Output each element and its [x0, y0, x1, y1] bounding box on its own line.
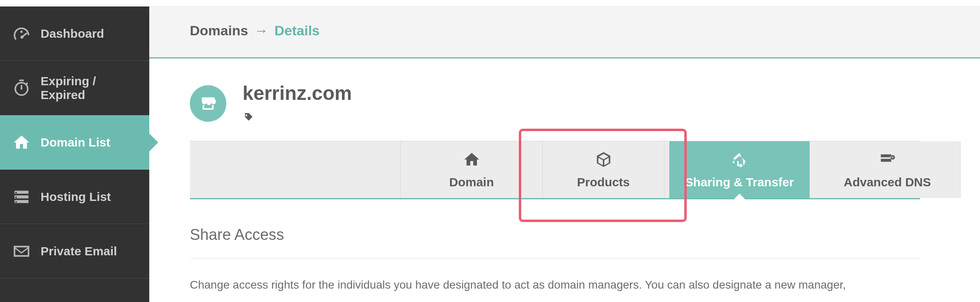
- arrow-right-icon: →: [254, 23, 268, 38]
- sidebar-item-private-email[interactable]: Private Email: [0, 224, 149, 278]
- server-gear-icon: [879, 151, 896, 171]
- sidebar-item-label: Expiring / Expired: [41, 74, 137, 102]
- tab-label: Domain: [449, 175, 494, 189]
- sidebar-item-expiring[interactable]: Expiring / Expired: [0, 61, 149, 115]
- sidebar-item-domain-list[interactable]: Domain List: [0, 115, 149, 170]
- section-heading: Share Access: [190, 226, 980, 244]
- breadcrumb: Domains → Details: [190, 23, 980, 39]
- topbar-strip: [149, 0, 980, 6]
- sidebar-item-label: Domain List: [41, 136, 110, 149]
- tab-bar: Domain Products Sharing & Transfer: [190, 141, 920, 199]
- home-icon: [463, 151, 481, 171]
- sidebar-item-label: Private Email: [41, 244, 117, 258]
- sidebar-item-label: Hosting List: [41, 190, 111, 204]
- main: Domains → Details kerrinz.com: [149, 0, 980, 302]
- tab-label: Advanced DNS: [844, 175, 931, 189]
- sidebar: Dashboard Expiring / Expired Domain List…: [0, 0, 149, 302]
- section-body: Change access rights for the individuals…: [190, 276, 879, 293]
- tab-advanced-dns[interactable]: Advanced DNS: [815, 141, 961, 198]
- tab-label: Products: [577, 175, 630, 189]
- domain-header: kerrinz.com: [190, 82, 980, 125]
- home-icon: [12, 133, 31, 152]
- breadcrumb-bar: Domains → Details: [149, 6, 980, 58]
- server-icon: [12, 188, 31, 206]
- gauge-icon: [12, 24, 31, 43]
- box-icon: [595, 151, 612, 171]
- store-icon: [190, 85, 226, 122]
- mail-icon: [12, 242, 31, 261]
- tab-products[interactable]: Products: [543, 141, 664, 198]
- domain-name: kerrinz.com: [243, 82, 352, 104]
- sidebar-item-dashboard[interactable]: Dashboard: [0, 6, 149, 61]
- tab-label: Sharing & Transfer: [685, 175, 794, 189]
- stopwatch-icon: [12, 79, 31, 97]
- tab-sharing-transfer[interactable]: Sharing & Transfer: [664, 141, 815, 198]
- tab-domain[interactable]: Domain: [401, 141, 543, 198]
- breadcrumb-root[interactable]: Domains: [190, 23, 248, 38]
- sidebar-top-gap: [0, 0, 149, 6]
- sidebar-item-label: Dashboard: [41, 27, 104, 41]
- tab-blank-lead: [190, 141, 401, 198]
- breadcrumb-current: Details: [275, 23, 320, 38]
- divider: [190, 258, 920, 259]
- tag-icon[interactable]: [243, 112, 352, 125]
- share-house-icon: [731, 151, 748, 171]
- sidebar-item-hosting-list[interactable]: Hosting List: [0, 170, 149, 224]
